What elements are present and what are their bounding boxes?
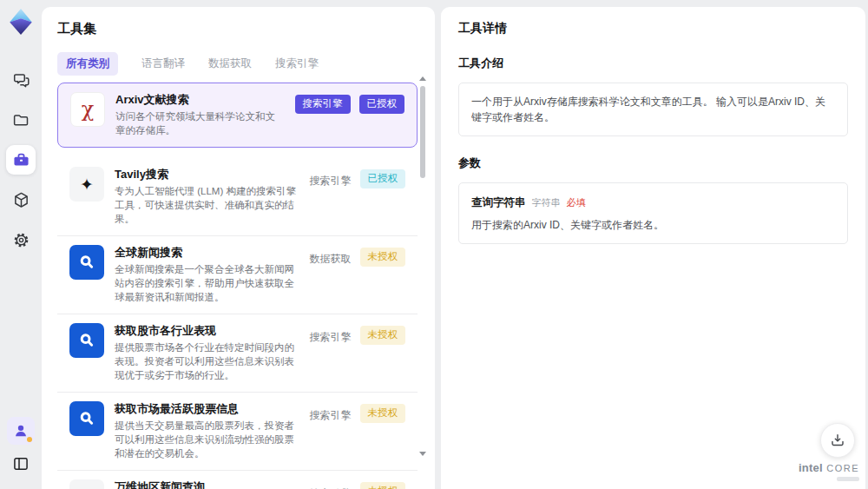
tool-card-body: 全球新闻搜索全球新闻搜索是一个聚合全球各大新闻网站内容的搜索引擎，帮助用户快速获… xyxy=(115,245,299,304)
intel-core-logo: intel CORE xyxy=(799,460,859,481)
tool-badges: 搜索引擎已授权 xyxy=(295,95,405,137)
tool-name: 全球新闻搜索 xyxy=(115,245,299,261)
parameter-header-row: 查询字符串字符串必填 xyxy=(471,194,835,210)
details-title: 工具详情 xyxy=(458,21,848,36)
newspaper-icon xyxy=(69,479,104,489)
brand-core-text: CORE xyxy=(826,463,859,473)
sidebar-item-settings[interactable] xyxy=(6,225,36,254)
star-icon: ✦ xyxy=(69,167,104,202)
tool-card-body: Arxiv文献搜索访问各个研究领域大量科学论文和文章的存储库。 xyxy=(115,92,285,137)
category-badge: 搜索引擎 xyxy=(310,404,352,427)
tool-list: χArxiv文献搜索访问各个研究领域大量科学论文和文章的存储库。搜索引擎已授权✦… xyxy=(57,83,418,489)
tool-name: 获取股市各行业表现 xyxy=(115,323,299,339)
tool-card-5[interactable]: 万维地区新闻查询查询具体行政区划内的新闻，快速了解各地新闻动态搜索引擎未授权 xyxy=(57,471,418,489)
unauthorized-badge: 未授权 xyxy=(360,482,406,489)
chat-icon xyxy=(12,71,30,89)
tool-list-scrollbar[interactable] xyxy=(419,76,426,456)
download-icon xyxy=(829,432,846,449)
tool-card-body: 获取股市各行业表现提供股票市场各个行业在特定时间段内的表现。投资者可以利用这些信… xyxy=(115,323,299,382)
category-badge: 搜索引擎 xyxy=(310,482,352,489)
sidebar-item-packages[interactable] xyxy=(6,185,36,215)
user-avatar[interactable] xyxy=(7,417,35,445)
tool-badges: 数据获取未授权 xyxy=(310,248,406,304)
category-tabs: 所有类别语言翻译数据获取搜索引擎 xyxy=(57,52,435,76)
parameter-box-0: 查询字符串字符串必填用于搜索的Arxiv ID、关键字或作者姓名。 xyxy=(458,182,848,244)
params-heading: 参数 xyxy=(458,155,848,171)
tool-badges: 搜索引擎未授权 xyxy=(310,404,406,460)
tool-card-3[interactable]: 获取股市各行业表现提供股票市场各个行业在特定时间段内的表现。投资者可以利用这些信… xyxy=(57,314,418,393)
scroll-down-arrow-icon[interactable] xyxy=(419,452,426,456)
intro-text: 一个用于从Arxiv存储库搜索科学论文和文章的工具。 输入可以是Arxiv ID… xyxy=(471,94,835,125)
tool-description: 提供当天交易量最高的股票列表，投资者可以利用这些信息来识别流动性强的股票和潜在的… xyxy=(115,419,299,460)
authorized-badge: 已授权 xyxy=(360,169,406,188)
tool-details-panel: 工具详情 工具介绍 一个用于从Arxiv存储库搜索科学论文和文章的工具。 输入可… xyxy=(441,7,865,489)
tool-description: 访问各个研究领域大量科学论文和文章的存储库。 xyxy=(115,109,285,137)
tab-category-1[interactable]: 语言翻译 xyxy=(141,52,185,76)
parameter-type: 字符串 xyxy=(532,197,561,208)
collapse-sidebar-button[interactable] xyxy=(8,451,34,477)
app-logo-icon xyxy=(8,8,34,36)
brand-intel-text: intel xyxy=(799,461,823,474)
tool-description: 提供股票市场各个行业在特定时间段内的表现。投资者可以利用这些信息来识别表现优于或… xyxy=(115,340,299,382)
tool-card-1[interactable]: ✦Tavily搜索专为人工智能代理 (LLM) 构建的搜索引擎工具，可快速提供实… xyxy=(57,158,418,236)
tool-description: 专为人工智能代理 (LLM) 构建的搜索引擎工具，可快速提供实时、准确和真实的结… xyxy=(115,184,299,226)
unauthorized-badge: 未授权 xyxy=(360,248,406,267)
sidebar-rail xyxy=(0,0,42,489)
cube-icon xyxy=(12,191,30,209)
tool-card-2[interactable]: 全球新闻搜索全球新闻搜索是一个聚合全球各大新闻网站内容的搜索引擎，帮助用户快速获… xyxy=(57,236,418,314)
arxiv-icon: χ xyxy=(70,92,105,127)
parameter-list: 查询字符串字符串必填用于搜索的Arxiv ID、关键字或作者姓名。 xyxy=(458,182,848,244)
sidebar-item-files[interactable] xyxy=(6,105,36,135)
toolbox-icon xyxy=(12,151,30,169)
tool-badges: 搜索引擎未授权 xyxy=(310,326,406,382)
category-badge: 搜索引擎 xyxy=(310,169,352,193)
tool-card-0[interactable]: χArxiv文献搜索访问各个研究领域大量科学论文和文章的存储库。搜索引擎已授权 xyxy=(57,83,418,148)
user-status-dot xyxy=(27,437,32,442)
scroll-up-arrow-icon[interactable] xyxy=(419,76,426,81)
category-badge: 搜索引擎 xyxy=(295,95,351,114)
parameter-name: 查询字符串 xyxy=(471,196,526,208)
tool-description: 全球新闻搜索是一个聚合全球各大新闻网站内容的搜索引擎，帮助用户快速获取全球最新资… xyxy=(115,262,299,304)
sidebar-item-tools[interactable] xyxy=(6,145,36,175)
unauthorized-badge: 未授权 xyxy=(360,326,406,345)
panel-layout-icon xyxy=(12,455,30,472)
category-badge: 搜索引擎 xyxy=(310,326,352,349)
unauthorized-badge: 未授权 xyxy=(360,404,406,423)
tool-card-body: 万维地区新闻查询查询具体行政区划内的新闻，快速了解各地新闻动态 xyxy=(115,479,299,489)
gear-icon xyxy=(12,231,30,249)
sidebar-bottom xyxy=(0,417,42,477)
parameter-description: 用于搜索的Arxiv ID、关键字或作者姓名。 xyxy=(471,218,835,233)
sidebar-item-chat[interactable] xyxy=(6,65,36,95)
intro-heading: 工具介绍 xyxy=(458,56,848,71)
parameter-required-flag: 必填 xyxy=(567,197,586,208)
search-icon xyxy=(69,323,104,358)
tab-category-0[interactable]: 所有类别 xyxy=(57,52,118,76)
folder-icon xyxy=(12,111,30,129)
tab-category-3[interactable]: 搜索引擎 xyxy=(275,52,319,76)
brand-subtext-bar xyxy=(837,477,859,481)
category-badge: 数据获取 xyxy=(310,248,352,271)
tool-card-4[interactable]: 获取市场最活跃股票信息提供当天交易量最高的股票列表，投资者可以利用这些信息来识别… xyxy=(57,393,418,471)
authorized-badge: 已授权 xyxy=(359,95,405,114)
tool-card-body: 获取市场最活跃股票信息提供当天交易量最高的股票列表，投资者可以利用这些信息来识别… xyxy=(115,401,299,460)
tool-badges: 搜索引擎已授权 xyxy=(310,169,406,226)
intro-box: 一个用于从Arxiv存储库搜索科学论文和文章的工具。 输入可以是Arxiv ID… xyxy=(458,83,848,136)
sidebar-nav xyxy=(6,65,36,254)
download-button[interactable] xyxy=(820,423,855,458)
scrollbar-thumb[interactable] xyxy=(420,86,425,178)
tools-panel-title: 工具集 xyxy=(57,21,435,37)
tool-name: 万维地区新闻查询 xyxy=(115,479,299,489)
tool-name: Tavily搜索 xyxy=(115,167,299,182)
tool-badges: 搜索引擎未授权 xyxy=(310,482,406,489)
tab-category-2[interactable]: 数据获取 xyxy=(208,52,252,76)
tool-name: Arxiv文献搜索 xyxy=(115,92,285,108)
tool-card-body: Tavily搜索专为人工智能代理 (LLM) 构建的搜索引擎工具，可快速提供实时… xyxy=(115,167,299,226)
tool-name: 获取市场最活跃股票信息 xyxy=(115,401,299,417)
tools-panel: 工具集 所有类别语言翻译数据获取搜索引擎 χArxiv文献搜索访问各个研究领域大… xyxy=(42,7,435,489)
search-icon xyxy=(69,245,104,280)
search-icon xyxy=(69,401,104,436)
